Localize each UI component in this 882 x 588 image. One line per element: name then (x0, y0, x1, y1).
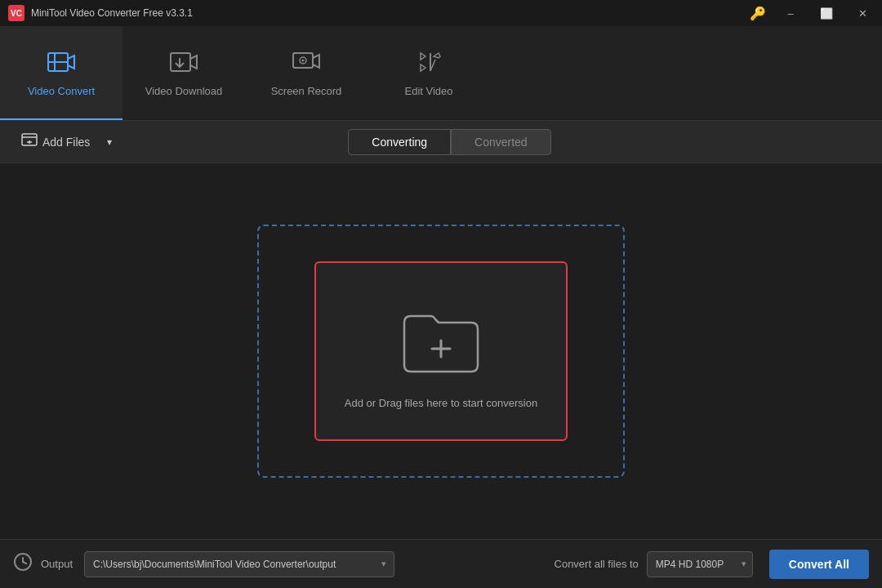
maximize-button[interactable]: ⬜ (815, 5, 838, 21)
nav-tabs: Video Convert Video Download Screen Reco… (0, 26, 882, 121)
title-bar-right: 🔑 – ⬜ ✕ (750, 5, 874, 21)
convert-all-to-label: Convert all files to (555, 558, 639, 570)
svg-line-16 (23, 562, 26, 564)
tab-video-download[interactable]: Video Download (122, 26, 245, 120)
tab-edit-video-label: Edit Video (404, 85, 452, 97)
drop-zone-text: Add or Drag files here to start conversi… (345, 397, 537, 409)
drop-zone-outer: Add or Drag files here to start conversi… (257, 225, 625, 478)
video-convert-icon (47, 50, 76, 78)
clock-icon (13, 552, 33, 577)
title-bar: VC MiniTool Video Converter Free v3.3.1 … (0, 0, 882, 26)
toolbar: Add Files ▾ Converting Converted (0, 121, 882, 163)
tab-edit-video[interactable]: Edit Video (368, 26, 490, 120)
add-files-dropdown-button[interactable]: ▾ (100, 131, 119, 154)
format-select-wrap: MP4 HD 1080P MP4 720P MP4 480P MKV HD 10… (647, 551, 753, 577)
tab-screen-record-label: Screen Record (271, 85, 342, 97)
tab-video-convert[interactable]: Video Convert (0, 26, 122, 120)
tab-video-download-label: Video Download (145, 85, 222, 97)
chevron-down-icon: ▾ (107, 136, 112, 148)
close-button[interactable]: ✕ (851, 5, 874, 21)
tab-video-convert-label: Video Convert (28, 85, 95, 97)
sub-tabs: Converting Converted (348, 129, 550, 155)
output-path-wrap: C:\Users\bj\Documents\MiniTool Video Con… (84, 551, 394, 577)
app-title: MiniTool Video Converter Free v3.3.1 (31, 7, 193, 19)
minimize-button[interactable]: – (779, 5, 802, 21)
add-files-icon (21, 131, 38, 152)
svg-point-7 (302, 59, 305, 61)
app-logo: VC (8, 5, 24, 21)
footer: Output C:\Users\bj\Documents\MiniTool Vi… (0, 539, 882, 588)
output-label: Output (41, 558, 73, 570)
converting-tab[interactable]: Converting (348, 129, 451, 155)
drop-zone-inner[interactable]: Add or Drag files here to start conversi… (314, 261, 568, 441)
folder-icon (392, 294, 490, 384)
convert-all-button[interactable]: Convert All (769, 550, 869, 579)
add-files-button[interactable]: Add Files (13, 127, 98, 157)
edit-video-icon (414, 50, 443, 78)
add-files-label: Add Files (42, 136, 90, 149)
title-bar-left: VC MiniTool Video Converter Free v3.3.1 (8, 5, 193, 21)
screen-record-icon (292, 50, 321, 78)
output-path-select[interactable]: C:\Users\bj\Documents\MiniTool Video Con… (84, 551, 394, 577)
converted-tab[interactable]: Converted (451, 129, 551, 155)
main-content: Add or Drag files here to start conversi… (0, 163, 882, 539)
format-select[interactable]: MP4 HD 1080P MP4 720P MP4 480P MKV HD 10… (647, 551, 753, 577)
video-download-icon (169, 50, 198, 78)
tab-screen-record[interactable]: Screen Record (245, 26, 368, 120)
key-icon[interactable]: 🔑 (750, 6, 766, 21)
